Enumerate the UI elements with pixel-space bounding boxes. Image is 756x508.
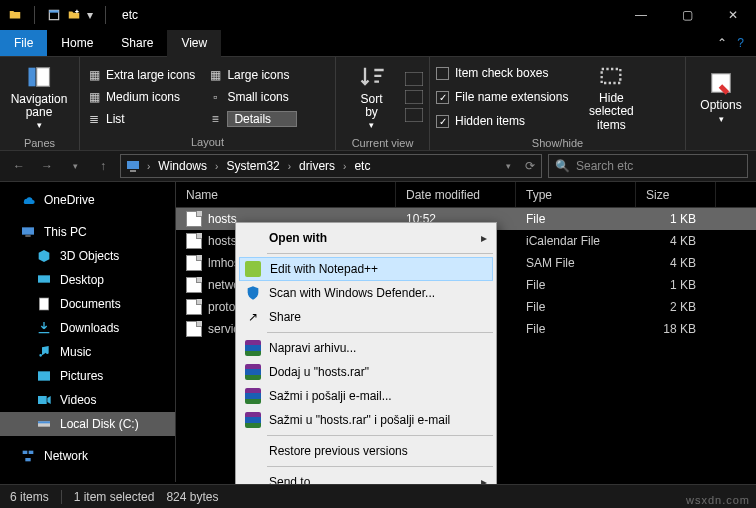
svg-rect-12 — [25, 235, 30, 236]
qat-dropdown-icon[interactable]: ▾ — [87, 8, 93, 22]
crumb-drivers[interactable]: drivers — [297, 159, 337, 173]
svg-rect-1 — [49, 10, 58, 12]
search-input[interactable]: 🔍 Search etc — [548, 154, 748, 178]
menu-scan-defender[interactable]: Scan with Windows Defender... — [239, 281, 493, 305]
menu-share[interactable]: ↗Share — [239, 305, 493, 329]
menu-sazmi-email[interactable]: Sažmi i pošalji e-mail... — [239, 384, 493, 408]
file-name-extensions-toggle[interactable]: ✓File name extensions — [436, 87, 568, 107]
address-dropdown-icon[interactable]: ▾ — [497, 155, 519, 177]
file-icon — [186, 211, 202, 227]
pane-icon — [25, 63, 53, 91]
menu-dodaj-hosts-rar[interactable]: Dodaj u "hosts.rar" — [239, 360, 493, 384]
col-type: Type — [516, 182, 636, 207]
group-by-icon[interactable] — [405, 72, 423, 86]
group-label-panes: Panes — [0, 137, 79, 151]
add-columns-icon[interactable] — [405, 90, 423, 104]
file-icon — [186, 277, 202, 293]
column-headers[interactable]: Name Date modified Type Size — [176, 182, 756, 208]
svg-rect-15 — [38, 371, 50, 380]
tab-home[interactable]: Home — [47, 30, 107, 56]
tree-videos[interactable]: Videos — [0, 388, 175, 412]
refresh-button[interactable]: ⟳ — [519, 155, 541, 177]
tree-localdisk[interactable]: Local Disk (C:) — [0, 412, 175, 436]
tree-downloads[interactable]: Downloads — [0, 316, 175, 340]
tree-3dobjects[interactable]: 3D Objects — [0, 244, 175, 268]
svg-rect-21 — [25, 458, 30, 461]
group-label-showhide: Show/hide — [430, 137, 685, 151]
small-icons-icon: ▫ — [207, 89, 223, 105]
group-label-layout: Layout — [80, 136, 335, 150]
tree-network[interactable]: Network — [0, 444, 175, 468]
col-name: Name — [176, 182, 396, 207]
recent-locations-button[interactable]: ▾ — [64, 155, 86, 177]
status-bar: 6 items 1 item selected 824 bytes — [0, 484, 756, 508]
up-button[interactable]: ↑ — [92, 155, 114, 177]
share-icon: ↗ — [244, 308, 262, 326]
options-icon — [707, 69, 735, 97]
navigation-pane-button[interactable]: Navigation pane ▾ — [6, 61, 72, 133]
tab-share[interactable]: Share — [107, 30, 167, 56]
address-bar: ← → ▾ ↑ › Windows› System32› drivers› et… — [0, 150, 756, 182]
tree-onedrive[interactable]: OneDrive — [0, 188, 175, 212]
menu-edit-notepadpp[interactable]: Edit with Notepad++ — [239, 257, 493, 281]
crumb-system32[interactable]: System32 — [224, 159, 281, 173]
new-folder-icon[interactable] — [67, 8, 81, 22]
breadcrumb[interactable]: › Windows› System32› drivers› etc ▾ ⟳ — [120, 154, 542, 178]
col-size: Size — [636, 182, 716, 207]
menu-napravi-arhivu[interactable]: Napravi arhivu... — [239, 336, 493, 360]
sort-icon — [358, 63, 386, 91]
hidden-items-toggle[interactable]: ✓Hidden items — [436, 111, 568, 131]
maximize-button[interactable]: ▢ — [664, 0, 710, 30]
sort-by-button[interactable]: Sort by ▾ — [342, 61, 401, 133]
file-icon — [186, 255, 202, 271]
tree-desktop[interactable]: Desktop — [0, 268, 175, 292]
item-check-boxes-toggle[interactable]: Item check boxes — [436, 63, 568, 83]
svg-rect-11 — [22, 227, 34, 234]
tab-view[interactable]: View — [167, 30, 221, 56]
ribbon-collapse-icon[interactable]: ⌃ — [717, 36, 727, 50]
folder-icon — [8, 8, 22, 22]
tree-documents[interactable]: Documents — [0, 292, 175, 316]
title-bar: ▾ etc ― ▢ ✕ — [0, 0, 756, 30]
context-menu[interactable]: Open with▸ Edit with Notepad++ Scan with… — [235, 222, 497, 508]
svg-rect-19 — [23, 451, 28, 454]
svg-rect-4 — [405, 72, 423, 86]
status-bytes: 824 bytes — [166, 490, 218, 504]
svg-rect-13 — [38, 275, 50, 282]
close-button[interactable]: ✕ — [710, 0, 756, 30]
svg-rect-16 — [38, 396, 47, 404]
forward-button[interactable]: → — [36, 155, 58, 177]
crumb-etc[interactable]: etc — [352, 159, 372, 173]
menu-sazmi-hosts-email[interactable]: Sažmi u "hosts.rar" i pošalji e-mail — [239, 408, 493, 432]
ribbon: Navigation pane ▾ Panes ▦Extra large ico… — [0, 56, 756, 150]
search-icon: 🔍 — [555, 159, 570, 173]
help-icon[interactable]: ? — [737, 36, 744, 50]
options-button[interactable]: Options ▾ — [692, 61, 750, 133]
winrar-icon — [244, 387, 262, 405]
svg-rect-2 — [29, 68, 36, 87]
tree-pictures[interactable]: Pictures — [0, 364, 175, 388]
notepadpp-icon — [245, 261, 261, 277]
menu-restore-versions[interactable]: Restore previous versions — [239, 439, 493, 463]
file-icon — [186, 233, 202, 249]
details-icon: ≡ — [207, 111, 223, 127]
tab-file[interactable]: File — [0, 30, 47, 56]
menu-open-with[interactable]: Open with▸ — [239, 226, 493, 250]
nav-tree[interactable]: OneDrive This PC 3D Objects Desktop Docu… — [0, 182, 176, 482]
svg-rect-3 — [37, 68, 50, 87]
tree-music[interactable]: Music — [0, 340, 175, 364]
svg-rect-7 — [602, 69, 621, 83]
hide-selected-items-button[interactable]: Hide selected items — [578, 61, 644, 133]
size-columns-icon[interactable] — [405, 108, 423, 122]
svg-rect-5 — [405, 90, 423, 104]
minimize-button[interactable]: ― — [618, 0, 664, 30]
medium-icons-icon: ▦ — [86, 89, 102, 105]
group-label-currentview: Current view — [336, 137, 429, 151]
file-icon — [186, 321, 202, 337]
tree-thispc[interactable]: This PC — [0, 220, 175, 244]
svg-rect-6 — [405, 108, 423, 122]
crumb-windows[interactable]: Windows — [156, 159, 209, 173]
layout-gallery[interactable]: ▦Extra large icons ▦Large icons ▦Medium … — [86, 65, 297, 129]
back-button[interactable]: ← — [8, 155, 30, 177]
properties-icon[interactable] — [47, 8, 61, 22]
